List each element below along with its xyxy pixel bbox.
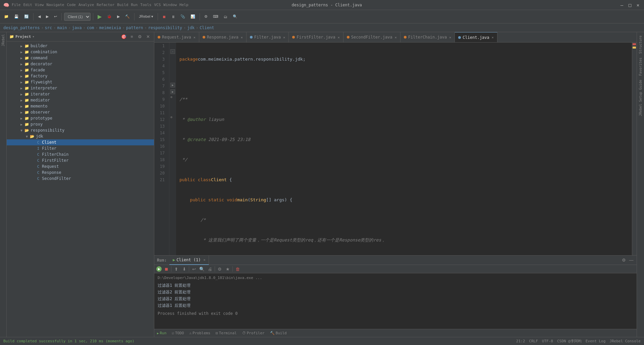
code-content[interactable]: package com.meimeixia.pattern.responsibi…	[176, 43, 632, 255]
tab-close-btn[interactable]: ✕	[449, 36, 451, 39]
menu-view[interactable]: View	[35, 3, 44, 7]
tab-secondfilter[interactable]: SecondFilter.java ✕	[343, 32, 400, 42]
tree-item-factory[interactable]: ▶ 📁 factory	[7, 73, 154, 79]
undo-btn[interactable]: ↩	[52, 12, 59, 21]
tree-item-responsibility[interactable]: ▼ 📂 responsibility	[7, 127, 154, 133]
menu-file[interactable]: File	[12, 3, 21, 7]
fold-btn-3[interactable]: -	[170, 49, 175, 54]
tab-client[interactable]: Client.java ✕	[455, 32, 497, 42]
encoding[interactable]: UTF-8	[542, 339, 553, 343]
run-button[interactable]: ▶	[96, 12, 104, 21]
tree-item-builder[interactable]: ▶ 📁 builder	[7, 43, 154, 49]
stop-btn[interactable]: ⏹	[160, 12, 168, 21]
menu-run[interactable]: Run	[131, 3, 138, 7]
filter-btn[interactable]: 🔍	[199, 266, 205, 272]
tree-toggle[interactable]: ▶	[19, 73, 24, 79]
tree-toggle[interactable]: ▶	[19, 67, 24, 73]
tab-close-btn[interactable]: ✕	[395, 36, 397, 39]
tree-item-request[interactable]: C Request	[7, 163, 154, 169]
clear-btn[interactable]: 🗑	[234, 266, 241, 272]
jrebel-console[interactable]: JRebel Console	[609, 339, 641, 343]
tree-item-interpreter[interactable]: ▶ 📁 interpreter	[7, 85, 154, 91]
action-terminal[interactable]: ⊡ Terminal	[213, 329, 239, 337]
build-btn[interactable]: 🔨	[123, 12, 132, 21]
tab-close-btn[interactable]: ✕	[492, 36, 494, 39]
tree-item-mediator[interactable]: ▶ 📁 mediator	[7, 97, 154, 103]
event-log[interactable]: Event Log	[586, 339, 606, 343]
menu-window[interactable]: Window	[163, 3, 177, 7]
menu-build[interactable]: Build	[117, 3, 128, 7]
sync-btn[interactable]: 🔄	[22, 12, 31, 21]
breadcrumb-src[interactable]: src	[45, 25, 52, 30]
tree-toggle[interactable]: ▶	[19, 85, 24, 91]
fold-dot-12[interactable]	[170, 116, 172, 118]
panel-close-btn[interactable]: ✕	[145, 33, 151, 40]
debug-button[interactable]: 🐞	[105, 12, 114, 21]
jrebel-sidebar-label[interactable]: JRebel	[1, 32, 6, 48]
locate-btn[interactable]: 🎯	[120, 33, 127, 40]
back-btn[interactable]: ◀	[36, 12, 43, 21]
code-editor[interactable]: 1 2 3 4 5 6 7 8 9 10 11 12 13 14 15 16 1	[154, 43, 637, 255]
tree-item-client[interactable]: C Client	[7, 139, 154, 145]
tree-item-combination[interactable]: ▶ 📁 combination	[7, 49, 154, 55]
tree-item-prototype[interactable]: ▶ 📁 prototype	[7, 115, 154, 121]
bookmark-btn[interactable]: ★	[224, 266, 231, 272]
tab-request[interactable]: Request.java ✕	[154, 32, 199, 42]
tree-toggle[interactable]: ▶	[19, 110, 24, 115]
run-again-btn[interactable]: ▶	[156, 266, 162, 272]
profile-btn[interactable]: 📊	[189, 12, 197, 21]
new-project-btn[interactable]: 📁	[2, 12, 11, 21]
tab-close[interactable]: ✕	[203, 258, 205, 262]
tree-item-flyweight[interactable]: ▶ 📁 flyweight	[7, 79, 154, 85]
tree-item-decorator[interactable]: ▶ 📁 decorator	[7, 61, 154, 67]
bottom-tab-run[interactable]: ▶ Client (1) ✕	[169, 256, 209, 265]
print-btn[interactable]: 🖨	[207, 266, 213, 272]
scroll-down-btn[interactable]: ⬇	[181, 266, 187, 272]
menu-analyze[interactable]: Analyze	[78, 3, 94, 7]
tab-filterchain[interactable]: FilterChain.java ✕	[400, 32, 455, 42]
csdn-link[interactable]: CSDN @李阿昀	[557, 339, 582, 344]
cursor-position[interactable]: 21:2	[516, 339, 525, 343]
layout-btn[interactable]: 🗂	[222, 12, 229, 21]
menu-navigate[interactable]: Navigate	[47, 3, 64, 7]
tree-toggle[interactable]: ▶	[19, 55, 24, 61]
tree-toggle[interactable]: ▶	[19, 122, 24, 127]
line-separator[interactable]: CRLF	[529, 339, 538, 343]
tab-close-btn[interactable]: ✕	[283, 36, 285, 39]
tab-response[interactable]: Response.java ✕	[199, 32, 247, 42]
tree-toggle[interactable]: ▶	[19, 116, 24, 121]
tab-firstfilter[interactable]: FirstFilter.java ✕	[289, 32, 343, 42]
tree-item-proxy[interactable]: ▶ 📁 proxy	[7, 121, 154, 127]
action-problems[interactable]: ⚠ Problems	[186, 329, 213, 337]
stop-run-btn[interactable]: ⏹	[163, 266, 170, 272]
tree-item-firstfilter[interactable]: C FirstFilter	[7, 157, 154, 163]
breadcrumb-design-patterns[interactable]: design_patterns	[3, 25, 40, 30]
tree-item-secondfilter[interactable]: C SecondFilter	[7, 176, 154, 182]
tree-toggle[interactable]: ▶	[19, 43, 24, 49]
tree-toggle[interactable]: ▶	[19, 61, 24, 67]
breadcrumb-meimeixia[interactable]: meimeixia	[99, 25, 121, 30]
panel-settings-btn[interactable]: ⚙	[137, 33, 143, 40]
tab-close-btn[interactable]: ✕	[338, 36, 340, 39]
tree-toggle[interactable]: ▶	[19, 91, 24, 97]
breadcrumb-java[interactable]: java	[72, 25, 82, 30]
tree-toggle[interactable]: ▶	[19, 104, 24, 109]
action-todo[interactable]: ☑ TODO	[169, 329, 186, 337]
settings-run-btn[interactable]: ⚙	[216, 266, 223, 272]
breadcrumb-responsibility[interactable]: responsibility	[148, 25, 182, 30]
action-run[interactable]: ▶ Run	[154, 329, 169, 337]
favorites-sidebar-label[interactable]: Favorites	[638, 56, 643, 78]
structure-sidebar-label[interactable]: Structure	[638, 33, 643, 56]
panel-minimize-btn[interactable]: —	[628, 257, 635, 264]
wrap-btn[interactable]: ↩	[191, 266, 197, 272]
tree-item-filter[interactable]: I Filter	[7, 145, 154, 151]
coverage-btn[interactable]: ▶	[115, 12, 122, 21]
jrebel-setup-label[interactable]: JRebel Setup Guide	[638, 78, 643, 118]
scroll-up-btn[interactable]: ⬆	[173, 266, 179, 272]
breadcrumb-main[interactable]: main	[57, 25, 67, 30]
menu-code[interactable]: Code	[67, 3, 76, 7]
fold-btn-7[interactable]: ▶	[170, 83, 175, 87]
tree-item-filterchain[interactable]: C FilterChain	[7, 151, 154, 157]
fold-dot-9[interactable]	[170, 96, 172, 98]
maximize-button[interactable]: □	[627, 2, 633, 8]
